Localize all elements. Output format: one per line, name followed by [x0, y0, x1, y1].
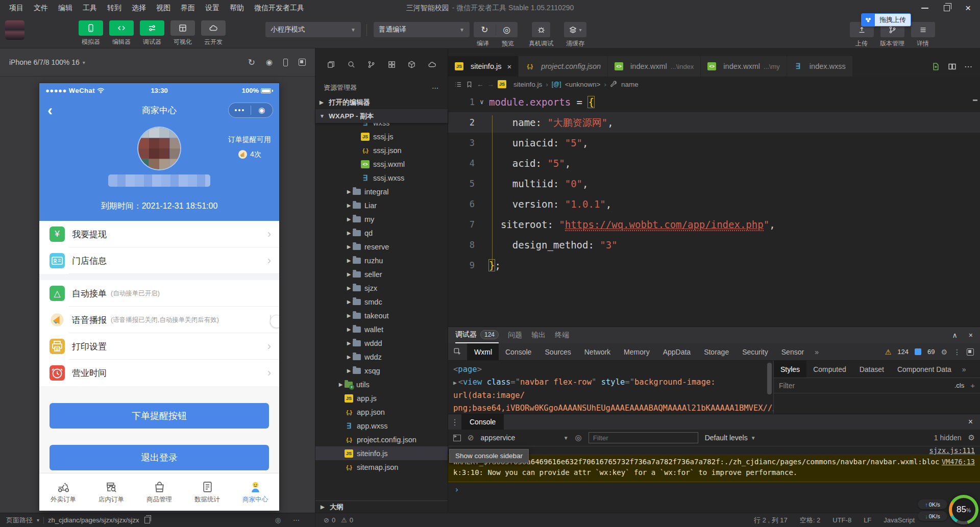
bookmark-icon[interactable] — [465, 81, 473, 88]
open-editors-section[interactable]: ▶ 打开的编辑器 — [315, 95, 448, 109]
npm-icon[interactable] — [407, 60, 416, 69]
调试器-button[interactable] — [140, 20, 164, 36]
menu-item-自动接单[interactable]: △自动接单(自动接单已开启) — [39, 280, 279, 307]
console-settings-icon[interactable]: ⚙ — [968, 433, 975, 442]
open-files-icon[interactable] — [327, 60, 335, 69]
file-item-seller[interactable]: ▶seller — [315, 267, 448, 281]
editor-more-icon[interactable]: ⋯ — [964, 62, 972, 71]
code-line-3[interactable]: 3 uniacid: "5", — [448, 133, 980, 153]
indent-setting[interactable]: 空格: 2 — [800, 516, 820, 525]
devtools-tab-Storage[interactable]: Storage — [697, 343, 736, 360]
devtools-tab-Console[interactable]: Console — [499, 343, 538, 360]
menu-item-打印设置[interactable]: 打印设置› — [39, 333, 279, 360]
outline-section[interactable]: ▶ 大纲 — [315, 500, 448, 513]
wxml-line[interactable]: ▶<view class="navbar flex-row" style="ba… — [453, 376, 768, 402]
styles-tab-Component Data[interactable]: Component Data — [891, 361, 958, 378]
dock-side-icon[interactable] — [967, 348, 974, 356]
clear-cache-button[interactable]: ▾ — [564, 22, 586, 37]
forward-icon[interactable]: → — [487, 81, 495, 88]
details-button[interactable] — [911, 22, 935, 37]
menu-item-语音播报[interactable]: 语音播报(语音播报已关闭,自动接单关闭后有效) — [39, 307, 279, 333]
file-item-app.wxss[interactable]: ∃app.wxss — [315, 419, 448, 433]
stop-icon[interactable]: ◉ — [266, 58, 273, 67]
inspect-element-button[interactable] — [448, 343, 468, 360]
logout-button[interactable]: 退出登录 — [50, 445, 269, 470]
menu-item-我要提现[interactable]: ¥我要提现› — [39, 221, 279, 247]
file-item-smdc[interactable]: ▶smdc — [315, 295, 448, 309]
warning-count[interactable]: 124 — [897, 348, 909, 356]
file-item-takeout[interactable]: ▶takeout — [315, 309, 448, 322]
explorer-more-icon[interactable]: ⋯ — [432, 84, 439, 92]
back-icon[interactable]: ← — [477, 81, 484, 88]
home-button[interactable]: ◉ — [251, 106, 273, 115]
编辑器-button[interactable] — [109, 20, 134, 36]
file-item-xsqg[interactable]: ▶xsqg — [315, 364, 448, 378]
tab-output[interactable]: 输出 — [531, 331, 546, 340]
file-item-wddd[interactable]: ▶wddd — [315, 336, 448, 350]
warnings-icon[interactable]: ⚠ — [341, 516, 347, 524]
errors-icon[interactable]: ⊘ — [324, 516, 329, 524]
watch-icon[interactable]: ◎ — [275, 516, 281, 524]
device-frame-icon[interactable] — [283, 59, 288, 66]
file-item-reserve[interactable]: ▶reserve — [315, 240, 448, 254]
close-panel-icon[interactable]: × — [969, 331, 973, 339]
page-path-label[interactable]: 页面路径 — [6, 516, 33, 525]
tab-close-icon[interactable]: × — [507, 62, 511, 71]
menubar-item-选择[interactable]: 选择 — [127, 2, 151, 14]
tab-debugger[interactable]: 调试器 124 — [455, 327, 499, 343]
file-item-my[interactable]: ▶my — [315, 212, 448, 226]
compile-button[interactable]: ↻ — [474, 24, 496, 35]
console-kebab-icon[interactable]: ⋮ — [448, 414, 461, 430]
menubar-item-帮助[interactable]: 帮助 — [225, 2, 249, 14]
reminder-count[interactable]: 4次 — [228, 149, 271, 159]
devtools-settings-icon[interactable]: ⚙ — [941, 348, 947, 356]
search-icon[interactable] — [347, 60, 356, 69]
wxml-line[interactable]: png;base64,iVBORw0KGgoAAAANSUhEUgAAAEAAA… — [453, 402, 768, 414]
code-line-1[interactable]: 1∨module.exports = { — [448, 92, 980, 112]
可视化-button[interactable] — [170, 20, 195, 36]
devtools-tab-Security[interactable]: Security — [736, 343, 775, 360]
devtools-tab-AppData[interactable]: AppData — [656, 343, 697, 360]
add-style-icon[interactable]: + — [970, 381, 975, 390]
device-select[interactable]: iPhone 6/7/8 100% 16▾ — [9, 58, 85, 66]
encoding-setting[interactable]: UTF-8 — [832, 516, 851, 524]
breadcrumb-symbol[interactable]: name — [621, 81, 639, 88]
styles-filter-input[interactable]: Filter — [779, 382, 795, 390]
screenshot-icon[interactable] — [299, 59, 306, 66]
menubar-item-转到[interactable]: 转到 — [102, 2, 127, 14]
menubar-item-工具[interactable]: 工具 — [78, 2, 102, 14]
console-prompt[interactable]: › — [448, 482, 980, 497]
code-line-5[interactable]: 5 multiid: "0", — [448, 173, 980, 194]
file-item-sjzx[interactable]: ▶sjzx — [315, 281, 448, 295]
tabbar-item-数据统计[interactable]: 数据统计 — [183, 473, 231, 511]
log-source-link[interactable]: sjzx.js:111 — [929, 446, 975, 455]
file-item-wxss[interactable]: ∃wxss — [315, 123, 448, 130]
devtools-tab-Sources[interactable]: Sources — [538, 343, 577, 360]
cls-toggle[interactable]: .cls — [954, 382, 965, 389]
scrollbar-marker[interactable] — [973, 99, 977, 101]
merchant-avatar[interactable] — [138, 128, 180, 169]
warning-source-link[interactable]: VM476:13 — [942, 457, 975, 467]
minimize-button[interactable] — [921, 8, 928, 9]
editor-tab-siteinfo.js[interactable]: JSsiteinfo.js× — [448, 56, 518, 77]
file-item-integral[interactable]: ▶integral — [315, 185, 448, 198]
outline-list-icon[interactable] — [454, 81, 462, 88]
back-button[interactable]: ‹ — [39, 103, 61, 118]
file-item-project.config.json[interactable]: {..}project.config.json — [315, 433, 448, 446]
clear-console-icon[interactable]: ⊘ — [468, 433, 474, 442]
menubar-item-项目[interactable]: 项目 — [4, 2, 29, 14]
file-item-app.json[interactable]: {..}app.json — [315, 405, 448, 419]
editor-tab-project.config.json[interactable]: {..}project.config.json — [519, 56, 607, 77]
editor-tab-index.wxml[interactable]: <>index.wxml...\index — [608, 56, 700, 77]
menubar-item-界面[interactable]: 界面 — [176, 2, 200, 14]
devtools-tab-Sensor[interactable]: Sensor — [775, 343, 811, 360]
editor-tab-index.wxss[interactable]: ∃index.wxss — [787, 56, 852, 77]
styles-tab-Styles[interactable]: Styles — [774, 361, 806, 378]
file-item-siteinfo.js[interactable]: JSsiteinfo.js — [315, 446, 448, 460]
styles-tab-Computed[interactable]: Computed — [806, 361, 853, 378]
toggle-off[interactable] — [270, 315, 271, 324]
云开发-button[interactable] — [201, 20, 226, 36]
devtools-tab-Network[interactable]: Network — [578, 343, 617, 360]
tabbar-item-店内订单[interactable]: 店内订单 — [87, 473, 135, 511]
file-item-ruzhu[interactable]: ▶ruzhu — [315, 254, 448, 267]
